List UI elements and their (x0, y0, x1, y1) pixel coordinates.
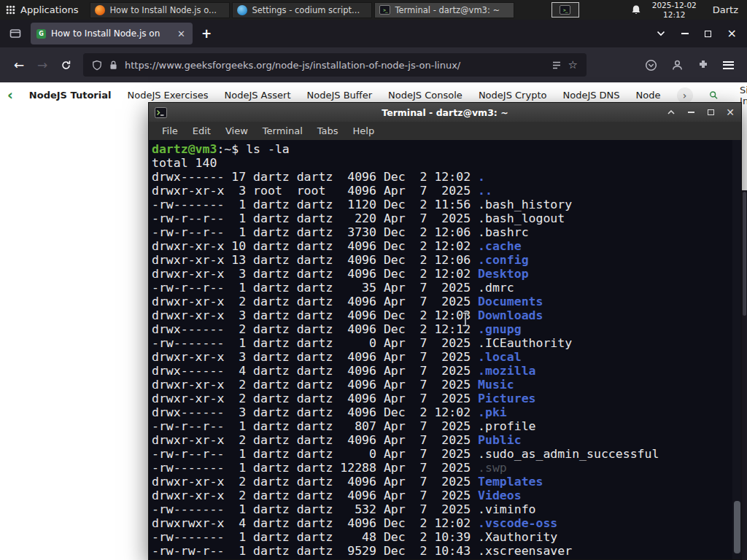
menu-help[interactable]: Help (346, 124, 382, 138)
reload-button[interactable] (54, 53, 77, 77)
line-meta: drwxr-xr-x 2 dartz dartz 4096 Apr 7 2025 (152, 378, 478, 392)
line-meta: drwx------ 4 dartz dartz 4096 Apr 7 2025 (152, 364, 478, 378)
forward-button[interactable]: → (31, 53, 54, 77)
terminal-output-line: drwxr-xr-x 3 dartz dartz 4096 Dec 2 12:0… (152, 308, 731, 322)
tab-close-icon[interactable]: ✕ (176, 28, 187, 39)
url-text: https://www.geeksforgeeks.org/node-js/in… (125, 60, 545, 71)
terminal-window-controls: ✕ (666, 107, 735, 117)
list-tabs-chevron-icon[interactable] (657, 31, 665, 36)
line-meta: -rw-r--r-- 1 dartz dartz 807 Apr 7 2025 (152, 419, 478, 433)
maximize-button[interactable] (705, 107, 716, 117)
panel-window-button-terminal[interactable]: >_ Terminal - dartz@vm3: ~ (374, 2, 514, 18)
terminal-output-line: -rw------- 1 dartz dartz 0 Apr 7 2025 .I… (152, 336, 731, 350)
panel-window-button-browser[interactable]: How to Install Node.js o... (90, 2, 230, 18)
panel-window-button-settings[interactable]: Settings - codium script... (232, 2, 372, 18)
terminal-output-line: -rw------- 1 dartz dartz 1120 Dec 2 11:5… (152, 198, 731, 211)
terminal-icon: >_ (560, 5, 570, 15)
line-filename: .viminfo (478, 502, 535, 516)
browser-tab[interactable]: G How to Install Node.js on ✕ (31, 23, 193, 44)
system-tray: >_ 2025-12-02 12:12 Dartz (551, 1, 747, 19)
terminal-output-line: drwxr-xr-x 2 dartz dartz 4096 Apr 7 2025… (152, 392, 731, 405)
nav-link-nodejs-dns[interactable]: NodeJS DNS (562, 90, 619, 101)
terminal-window: Terminal - dartz@vm3: ~ ✕ File Edit View… (148, 102, 742, 560)
nav-link-nodejs-buffer[interactable]: NodeJS Buffer (307, 90, 373, 101)
menu-terminal[interactable]: Terminal (255, 124, 310, 138)
line-filename: .bash_history (478, 198, 572, 211)
terminal-output-line: -rw-r--r-- 1 dartz dartz 3730 Dec 2 12:0… (152, 225, 731, 239)
bookmark-star-icon[interactable]: ☆ (568, 58, 578, 71)
line-meta: drwxr-xr-x 3 root root 4096 Apr 7 2025 (152, 184, 478, 198)
clock-date: 2025-12-02 (652, 1, 697, 10)
nav-scroll-right-icon[interactable]: › (677, 88, 693, 104)
line-meta: drwxr-xr-x 13 dartz dartz 4096 Dec 2 12:… (152, 253, 478, 267)
line-meta: -rw------- 1 dartz dartz 48 Dec 2 10:39 (152, 530, 478, 544)
terminal-output-line: drwxr-xr-x 3 root root 4096 Apr 7 2025 .… (152, 184, 731, 198)
settings-icon (237, 5, 247, 15)
firefox-icon (95, 5, 105, 15)
terminal-output-line: drwx------ 17 dartz dartz 4096 Dec 2 12:… (152, 170, 731, 184)
window-button-label: Settings - codium script... (252, 5, 360, 15)
menu-tabs[interactable]: Tabs (310, 124, 346, 138)
terminal-screen[interactable]: dartz@vm3:~$ ls -la total 140 drwx------… (149, 140, 741, 559)
window-close-button[interactable]: × (727, 28, 737, 39)
user-label: Dartz (707, 4, 743, 15)
tracking-shield-icon[interactable] (92, 60, 102, 71)
extensions-puzzle-icon[interactable] (697, 59, 709, 71)
prompt-command: ls -la (246, 142, 290, 156)
url-bar[interactable]: https://www.geeksforgeeks.org/node-js/in… (83, 53, 587, 77)
menu-hamburger-icon[interactable] (723, 61, 734, 69)
terminal-total-line: total 140 (152, 156, 731, 170)
line-meta: -rw-r--r-- 1 dartz dartz 220 Apr 7 2025 (152, 211, 478, 225)
terminal-output-line: drwx------ 4 dartz dartz 4096 Apr 7 2025… (152, 364, 731, 378)
line-filename: .dmrc (478, 281, 514, 295)
line-filename: Downloads (478, 308, 543, 322)
menu-file[interactable]: File (155, 124, 185, 138)
nav-link-nodejs-assert[interactable]: NodeJS Assert (224, 90, 290, 101)
nav-link-nodejs-truncated[interactable]: Node (636, 90, 661, 101)
terminal-output-line: drwxr-xr-x 2 dartz dartz 4096 Apr 7 2025… (152, 433, 731, 447)
terminal-prompt-line: dartz@vm3:~$ ls -la (152, 142, 731, 156)
pocket-icon[interactable] (645, 59, 657, 71)
new-tab-button[interactable]: + (201, 26, 212, 41)
panel-window-list: How to Install Node.js o... Settings - c… (90, 2, 514, 18)
shade-button[interactable] (666, 107, 676, 117)
reader-mode-icon[interactable] (551, 61, 562, 70)
lock-icon[interactable] (109, 60, 118, 70)
terminal-output-line: -rw-r--r-- 1 dartz dartz 0 Apr 7 2025 .s… (152, 447, 731, 461)
terminal-titlebar[interactable]: Terminal - dartz@vm3: ~ ✕ (149, 103, 741, 122)
line-filename: .Xauthority (478, 530, 557, 544)
line-filename: .ICEauthority (478, 336, 572, 350)
line-filename: Templates (478, 475, 543, 489)
nav-link-nodejs-console[interactable]: NodeJS Console (388, 90, 462, 101)
close-button[interactable]: ✕ (725, 107, 735, 117)
nav-link-nodejs-tutorial[interactable]: NodeJS Tutorial (29, 90, 112, 101)
line-filename: Pictures (478, 392, 535, 405)
notification-bell-icon[interactable] (630, 4, 642, 15)
page-scrollbar-thumb[interactable] (743, 192, 746, 316)
clock[interactable]: 2025-12-02 12:12 (652, 1, 697, 19)
terminal-icon (155, 107, 167, 118)
window-button-label: Terminal - dartz@vm3: ~ (395, 5, 500, 15)
nav-link-nodejs-crypto[interactable]: NodeJS Crypto (479, 90, 547, 101)
terminal-scrollbar-thumb[interactable] (734, 501, 740, 553)
terminal-scrollbar[interactable] (732, 140, 741, 559)
account-icon[interactable] (671, 59, 684, 71)
line-filename: .bash_logout (478, 211, 565, 225)
line-filename: .. (478, 184, 492, 198)
line-meta: -rw-r--r-- 1 dartz dartz 0 Apr 7 2025 (152, 447, 478, 461)
firefox-view-icon[interactable] (6, 24, 25, 43)
line-meta: drwxr-xr-x 2 dartz dartz 4096 Apr 7 2025 (152, 489, 478, 502)
line-filename: .profile (478, 419, 535, 433)
window-maximize-button[interactable] (705, 31, 711, 37)
applications-menu-button[interactable]: Applications (0, 0, 87, 20)
nav-link-nodejs-exercises[interactable]: NodeJS Exercises (127, 90, 208, 101)
window-minimize-button[interactable] (681, 33, 689, 34)
back-button[interactable]: ← (7, 53, 31, 77)
tray-terminal-icon[interactable]: >_ (551, 2, 579, 18)
search-icon[interactable] (709, 89, 719, 101)
menu-view[interactable]: View (218, 124, 255, 138)
menu-edit[interactable]: Edit (185, 124, 218, 138)
minimize-button[interactable] (686, 107, 696, 117)
nav-scroll-left-icon[interactable]: ‹ (7, 88, 13, 102)
page-scrollbar[interactable] (742, 190, 747, 560)
